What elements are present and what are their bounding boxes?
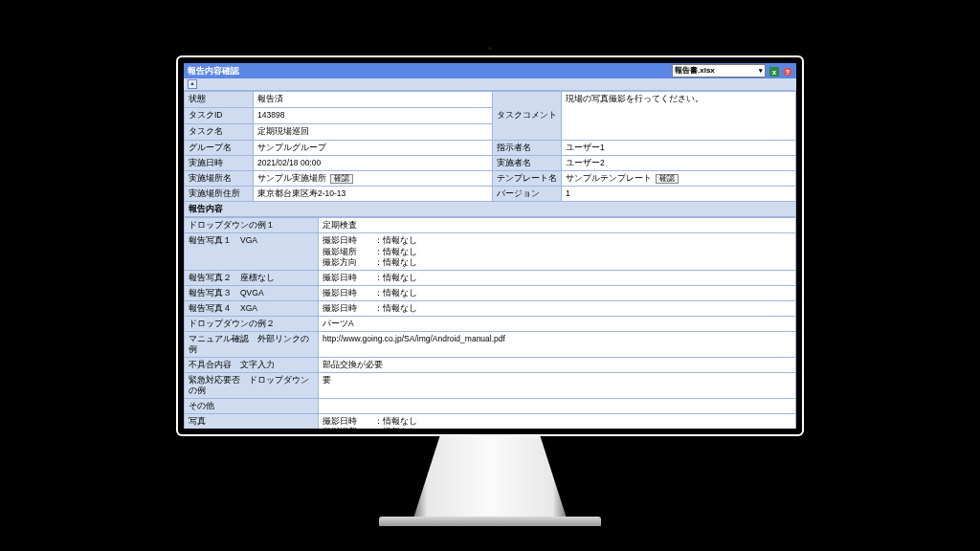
instructor-value: ユーザー1	[562, 141, 796, 156]
taskid-value: 143898	[254, 108, 493, 124]
report-section-header: 報告内容	[185, 202, 796, 217]
report-row-label: ドロップダウンの例２	[185, 316, 319, 331]
comment-value: 現場の写真撮影を行ってください。	[562, 92, 796, 141]
report-rows-table: ドロップダウンの例１定期検査報告写真１ VGA撮影日時 ：情報なし 撮影場所 ：…	[184, 217, 796, 429]
datetime-label: 実施日時	[185, 156, 254, 171]
template-label: テンプレート名	[493, 171, 562, 187]
report-row-value: 定期検査	[319, 218, 796, 233]
report-row: ドロップダウンの例１定期検査	[185, 218, 796, 233]
report-row-label: その他	[185, 399, 319, 414]
version-value: 1	[562, 187, 796, 202]
report-row: マニュアル確認 外部リンクの例http://www.going.co.jp/SA…	[185, 331, 796, 357]
chevron-down-icon: ▾	[759, 63, 763, 78]
report-row-value: 撮影日時 ：情報なし 撮影場所 ：情報なし 撮影方向 ：情報なし	[319, 414, 796, 429]
datetime-value: 2021/02/18 00:00	[254, 156, 493, 171]
monitor-stand-base	[379, 517, 601, 526]
monitor-frame: 報告内容確認 報告書.xlsx ▾ x ? ▲	[176, 55, 804, 436]
report-row: ドロップダウンの例２パーツA	[185, 316, 796, 331]
report-row-value	[319, 399, 796, 414]
report-row: その他	[185, 399, 796, 414]
report-row: 報告写真４ XGA撮影日時 ：情報なし	[185, 300, 796, 316]
monitor-bezel: 報告内容確認 報告書.xlsx ▾ x ? ▲	[178, 57, 802, 434]
window-titlebar: 報告内容確認 報告書.xlsx ▾ x ?	[184, 63, 796, 78]
report-row-label: 不具合内容 文字入力	[185, 357, 319, 372]
placename-confirm-button[interactable]: 確認	[330, 174, 353, 184]
report-row-value: 撮影日時 ：情報なし	[319, 270, 796, 285]
taskname-label: タスク名	[185, 124, 254, 141]
report-row: 報告写真１ VGA撮影日時 ：情報なし 撮影場所 ：情報なし 撮影方向 ：情報な…	[185, 233, 796, 270]
report-row-value: 部品交換が必要	[319, 357, 796, 372]
svg-text:?: ?	[786, 69, 790, 76]
addr-value: 東京都台東区寿2-10-13	[254, 187, 493, 202]
report-row-label: 報告写真１ VGA	[185, 233, 319, 270]
template-value: サンプルテンプレート確認	[562, 171, 796, 187]
report-row-label: 報告写真２ 座標なし	[185, 270, 319, 285]
placename-value: サンプル実施場所確認	[254, 171, 493, 187]
report-row: 報告写真３ QVGA撮影日時 ：情報なし	[185, 285, 796, 300]
monitor-stand-neck	[412, 436, 568, 524]
placename-label: 実施場所名	[185, 171, 254, 187]
webcam-dot	[489, 47, 492, 50]
report-row-label: 報告写真３ QVGA	[185, 285, 319, 300]
report-row: 不具合内容 文字入力部品交換が必要	[185, 357, 796, 372]
report-row: 報告写真２ 座標なし撮影日時 ：情報なし	[185, 270, 796, 285]
report-row-value: 撮影日時 ：情報なし	[319, 300, 796, 316]
report-row: 写真撮影日時 ：情報なし 撮影場所 ：情報なし 撮影方向 ：情報なし	[185, 414, 796, 429]
addr-label: 実施場所住所	[185, 187, 254, 202]
report-row-value: 撮影日時 ：情報なし 撮影場所 ：情報なし 撮影方向 ：情報なし	[319, 233, 796, 270]
taskid-label: タスクID	[185, 108, 254, 124]
collapse-button[interactable]: ▲	[188, 79, 197, 89]
executor-value: ユーザー2	[562, 156, 796, 171]
template-confirm-button[interactable]: 確認	[656, 174, 679, 184]
export-format-select[interactable]: 報告書.xlsx ▾	[672, 64, 766, 77]
status-label: 状態	[185, 92, 254, 108]
window-title: 報告内容確認	[188, 63, 239, 78]
header-table: 状態 報告済 タスクコメント 現場の写真撮影を行ってください。 タスクID 14…	[184, 91, 796, 217]
report-row-label: 報告写真４ XGA	[185, 300, 319, 316]
report-row-label: 写真	[185, 414, 319, 429]
comment-label: タスクコメント	[493, 92, 562, 141]
group-value: サンプルグループ	[254, 141, 493, 156]
report-row-value: http://www.going.co.jp/SA/img/Android_ma…	[319, 331, 796, 357]
placename-text: サンプル実施場所	[257, 173, 326, 183]
instructor-label: 指示者名	[493, 141, 562, 156]
report-row-label: 緊急対応要否 ドロップダウンの例	[185, 372, 319, 398]
report-row-value: パーツA	[319, 316, 796, 331]
status-value: 報告済	[254, 92, 493, 108]
executor-label: 実施者名	[493, 156, 562, 171]
report-row-value: 撮影日時 ：情報なし	[319, 285, 796, 300]
group-label: グループ名	[185, 141, 254, 156]
report-row-value: 要	[319, 372, 796, 398]
svg-text:x: x	[772, 68, 777, 77]
report-row: 緊急対応要否 ドロップダウンの例要	[185, 372, 796, 398]
help-icon[interactable]: ?	[783, 66, 792, 76]
toolbar: ▲	[184, 78, 796, 91]
report-row-label: ドロップダウンの例１	[185, 218, 319, 233]
template-text: サンプルテンプレート	[566, 173, 652, 183]
export-excel-icon[interactable]: x	[769, 66, 779, 76]
app-screen: 報告内容確認 報告書.xlsx ▾ x ? ▲	[184, 63, 796, 429]
version-label: バージョン	[493, 187, 562, 202]
export-format-value: 報告書.xlsx	[675, 63, 715, 78]
app-content: 報告内容確認 報告書.xlsx ▾ x ? ▲	[184, 63, 796, 429]
report-row-label: マニュアル確認 外部リンクの例	[185, 331, 319, 357]
taskname-value: 定期現場巡回	[254, 124, 493, 141]
